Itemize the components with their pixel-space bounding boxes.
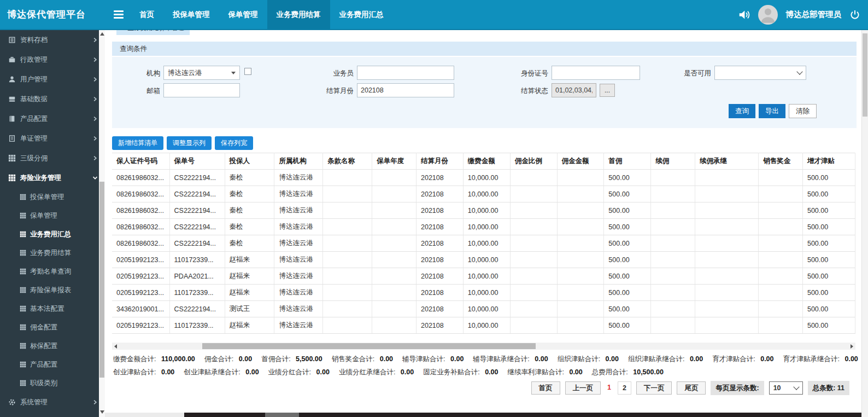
vertical-scrollbar-thumb[interactable] [863, 33, 867, 117]
table-row[interactable]: 02051992123...110172339...赵福来博达连云港 20210… [112, 317, 855, 334]
bottom-horizontal-scrollbar[interactable] [184, 413, 868, 417]
hamburger-menu-icon[interactable] [107, 0, 130, 29]
sidebar-subitem[interactable]: 标保配置 [0, 337, 105, 355]
scroll-right-arrow-icon[interactable] [851, 344, 853, 349]
next-page-button[interactable]: 下一页 [636, 381, 672, 395]
column-header[interactable]: 保单号 [169, 153, 225, 170]
settle-status-more-button[interactable]: ... [600, 84, 615, 97]
adjust-display-columns-button[interactable]: 调整显示列 [167, 136, 212, 150]
first-page-button[interactable]: 首页 [531, 381, 560, 395]
power-icon[interactable] [849, 9, 860, 20]
sidebar-item[interactable]: 基础数据 [0, 89, 105, 109]
horizontal-scrollbar-thumb[interactable] [202, 343, 536, 349]
column-header[interactable]: 续佣承继 [695, 153, 759, 170]
column-header[interactable]: 首佣 [604, 153, 651, 170]
email-input[interactable] [163, 83, 240, 97]
column-header[interactable]: 所属机构 [274, 153, 323, 170]
table-cell: 500.00 [802, 268, 855, 285]
table-horizontal-scrollbar[interactable] [112, 343, 855, 350]
save-column-width-button[interactable]: 保存列宽 [215, 136, 253, 150]
sidebar-subitem[interactable]: 佣金配置 [0, 318, 105, 337]
sidebar-subitem[interactable]: 保单管理 [0, 206, 105, 225]
table-cell [759, 235, 803, 252]
tab-settlement-list-management[interactable]: 业务费用结算单管理 [116, 30, 190, 35]
column-header[interactable]: 佣金比例 [510, 153, 557, 170]
page-size-select[interactable]: 10 [769, 381, 803, 395]
scroll-up-arrow-icon[interactable] [100, 32, 104, 36]
table-row[interactable]: 08261986032...CS2222194...秦桧博达连云港 202108… [112, 170, 855, 186]
table-cell: 10,000.00 [463, 268, 510, 285]
column-header[interactable]: 佣金金额 [557, 153, 604, 170]
usable-select[interactable] [714, 66, 806, 80]
sidebar-subitem[interactable]: 寿险保单报表 [0, 281, 105, 299]
page-vertical-scrollbar[interactable] [861, 30, 868, 417]
table-row[interactable]: 08261986032...CS2222194...秦桧博达连云港 202108… [112, 235, 855, 252]
avatar[interactable] [758, 5, 778, 25]
user-name[interactable]: 博达总部管理员 [786, 9, 842, 20]
sidebar-subitem[interactable]: 产品配置 [0, 355, 105, 374]
sidebar-subitem[interactable]: 基本法配置 [0, 299, 105, 318]
bottom-scrollbar-thumb[interactable] [265, 413, 299, 417]
volume-icon[interactable] [738, 9, 750, 21]
topnav-item[interactable]: 业务费用结算 [267, 0, 330, 29]
sidebar-subitem[interactable]: 业务费用汇总 [0, 225, 105, 244]
column-header[interactable]: 投保人 [225, 153, 274, 170]
table-cell [695, 317, 759, 334]
column-header[interactable]: 增才津贴 [802, 153, 855, 170]
topnav-item[interactable]: 保单管理 [219, 0, 267, 29]
org-select[interactable]: 博达连云港 [163, 66, 240, 80]
column-header[interactable]: 缴费金额 [463, 153, 510, 170]
sidebar-item[interactable]: 系统管理 [0, 392, 105, 412]
sidebar-subitem[interactable]: 投保单管理 [0, 188, 105, 206]
table-row[interactable]: 08261986032...CS2222194...秦桧博达连云港 202108… [112, 186, 855, 202]
search-button[interactable]: 查询 [729, 104, 755, 118]
sidebar-item[interactable]: 行政管理 [0, 50, 105, 70]
table-cell: 赵福来 [225, 285, 274, 301]
agent-input[interactable] [357, 66, 454, 80]
table-cell [323, 317, 372, 334]
prev-page-button[interactable]: 上一页 [565, 381, 601, 395]
topnav-item[interactable]: 投保单管理 [163, 0, 219, 29]
column-header[interactable]: 销售奖金 [759, 153, 803, 170]
table-row[interactable]: 02051992123...110172339...赵福来博达连云港 20210… [112, 285, 855, 301]
id-number-input[interactable] [552, 66, 640, 80]
settle-month-input[interactable] [357, 83, 454, 97]
table-row[interactable]: 08261986032...CS2222194...秦桧博达连云港 202108… [112, 219, 855, 235]
column-header[interactable]: 结算月份 [416, 153, 463, 170]
scroll-down-arrow-icon[interactable] [100, 410, 104, 414]
table-row[interactable]: 34362019001...CS2222194...测试王博达连云港 20210… [112, 301, 855, 317]
page-number-2[interactable]: 2 [618, 381, 631, 395]
topnav-item[interactable]: 业务费用汇总 [330, 0, 393, 29]
add-settlement-list-button[interactable]: 新增结算清单 [112, 136, 163, 150]
table-row[interactable]: 02051992123...110172339...赵福来博达连云港 20210… [112, 252, 855, 268]
sidebar-item[interactable]: 寿险业务管理 [0, 168, 105, 188]
column-header[interactable]: 保人证件号码 [112, 153, 169, 170]
sidebar-item[interactable]: 产品配置 [0, 109, 105, 129]
column-header[interactable]: 条款名称 [323, 153, 372, 170]
topnav-item[interactable]: 首页 [130, 0, 163, 29]
sidebar-subitem[interactable]: 考勤名单查询 [0, 262, 105, 281]
page-tab-label: 业务费用结算单管理 [128, 30, 185, 32]
chevron-down-icon [92, 175, 98, 181]
clear-button[interactable]: 清除 [789, 104, 817, 118]
export-button[interactable]: 导出 [759, 104, 785, 118]
table-row[interactable]: 08261986032...CS2222194...秦桧博达连云港 202108… [112, 202, 855, 219]
org-checkbox[interactable] [244, 68, 251, 75]
sidebar-scrollbar[interactable] [99, 30, 105, 417]
table-cell: 博达连云港 [274, 202, 323, 219]
table-cell: 10,000.00 [463, 317, 510, 334]
sidebar-scrollbar-thumb[interactable] [99, 182, 104, 378]
sidebar-item[interactable]: 单证管理 [0, 129, 105, 148]
column-header[interactable]: 续佣 [651, 153, 695, 170]
sidebar-subitem[interactable]: 职级类别 [0, 374, 105, 392]
sidebar-subitem[interactable]: 业务费用结算 [0, 244, 105, 262]
last-page-button[interactable]: 尾页 [677, 381, 706, 395]
sidebar-item[interactable]: 用户管理 [0, 70, 105, 89]
scroll-left-arrow-icon[interactable] [114, 344, 117, 349]
table-row[interactable]: 02051992123...PDAA2021...赵福来博达连云港 202108… [112, 268, 855, 285]
column-header[interactable]: 保单年度 [372, 153, 417, 170]
page-number-1[interactable]: 1 [606, 381, 613, 395]
table-cell: 110172339... [169, 252, 225, 268]
sidebar-item[interactable]: 三级分佣 [0, 148, 105, 168]
sidebar-item[interactable]: 资料存档 [0, 30, 105, 50]
